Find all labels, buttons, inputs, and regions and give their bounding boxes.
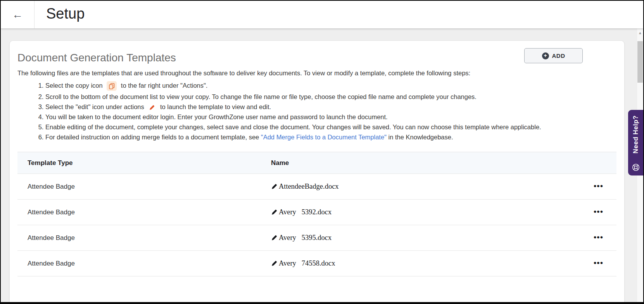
step-3-text-before: Select the "edit" icon under actions (45, 103, 146, 110)
back-button[interactable]: ← (1, 1, 35, 28)
step-1-text-after: to the far right under "Actions". (119, 82, 207, 89)
column-header-name: Name (271, 159, 570, 167)
app-window: ← Setup Document Generation Templates + … (0, 0, 644, 304)
step-3: Select the "edit" icon under actions to … (45, 102, 616, 111)
edit-pencil-icon (271, 209, 278, 215)
templates-table: Template Type Name Attendee Badge Attend… (17, 152, 616, 276)
knowledgebase-link[interactable]: "Add Merge Fields to a Document Template… (261, 134, 387, 141)
step-1: Select the copy icon to the far right un… (45, 81, 616, 91)
need-help-label: Need Help? (632, 115, 640, 154)
content-area: Document Generation Templates + ADD The … (1, 28, 643, 302)
document-file-name: AttendeeBadge.docx (279, 182, 339, 191)
document-file-name: Avery 74558.docx (279, 259, 335, 268)
page-title: Setup (46, 5, 85, 22)
scrollbar-thumb[interactable] (637, 41, 643, 83)
table-row: Attendee Badge Avery 5395.docx ••• (17, 225, 616, 251)
step-6: For detailed instruction on adding merge… (45, 133, 616, 141)
row-actions-button[interactable]: ••• (594, 261, 603, 265)
table-row: Attendee Badge Avery 5392.docx ••• (17, 200, 616, 225)
table-row: Attendee Badge AttendeeBadge.docx ••• (17, 174, 616, 200)
edit-pencil-icon (271, 260, 278, 267)
step-5: Enable editing of the document, complete… (45, 123, 616, 131)
add-button-label: ADD (552, 52, 565, 59)
scroll-up-arrow-icon[interactable]: ▲ (637, 31, 643, 35)
step-1-text-before: Select the copy icon (45, 82, 104, 89)
template-name-cell[interactable]: Avery 5395.docx (271, 234, 570, 242)
step-2: Scroll to the bottom of the document lis… (45, 92, 616, 101)
edit-pencil-icon (149, 104, 155, 111)
top-header: ← Setup (1, 1, 643, 28)
step-6-text-before: For detailed instruction on adding merge… (45, 134, 261, 141)
instructions-list: Select the copy icon to the far right un… (17, 81, 616, 141)
document-file-name: Avery 5395.docx (279, 234, 331, 242)
step-3-text-after: to launch the template to view and edit. (158, 103, 271, 110)
row-actions-button[interactable]: ••• (594, 210, 603, 214)
template-type-cell: Attendee Badge (17, 234, 271, 242)
template-name-cell[interactable]: AttendeeBadge.docx (271, 182, 570, 191)
intro-text: The following files are the templates th… (17, 69, 616, 77)
template-name-cell[interactable]: Avery 74558.docx (271, 259, 570, 268)
step-6-text-after: in the Knowledgebase. (387, 134, 453, 141)
template-type-cell: Attendee Badge (17, 260, 271, 268)
table-header-row: Template Type Name (17, 152, 616, 174)
edit-pencil-icon (271, 183, 278, 190)
edit-pencil-icon (271, 235, 278, 241)
column-header-template-type: Template Type (17, 159, 271, 167)
template-type-cell: Attendee Badge (17, 208, 271, 216)
document-templates-panel: Document Generation Templates + ADD The … (9, 40, 625, 304)
back-arrow-icon: ← (12, 9, 23, 20)
table-row: Attendee Badge Avery 74558.docx ••• (17, 251, 616, 276)
template-type-cell: Attendee Badge (17, 183, 271, 191)
row-actions-button[interactable]: ••• (594, 235, 603, 239)
life-ring-icon (632, 163, 640, 172)
step-4: You will be taken to the document editor… (45, 113, 616, 121)
template-name-cell[interactable]: Avery 5392.docx (271, 208, 570, 216)
document-file-name: Avery 5392.docx (279, 208, 331, 216)
copy-icon (107, 81, 117, 91)
row-actions-button[interactable]: ••• (594, 184, 603, 188)
need-help-tab[interactable]: Need Help? (628, 110, 643, 175)
plus-icon: + (542, 52, 549, 59)
add-button[interactable]: + ADD (524, 48, 583, 63)
